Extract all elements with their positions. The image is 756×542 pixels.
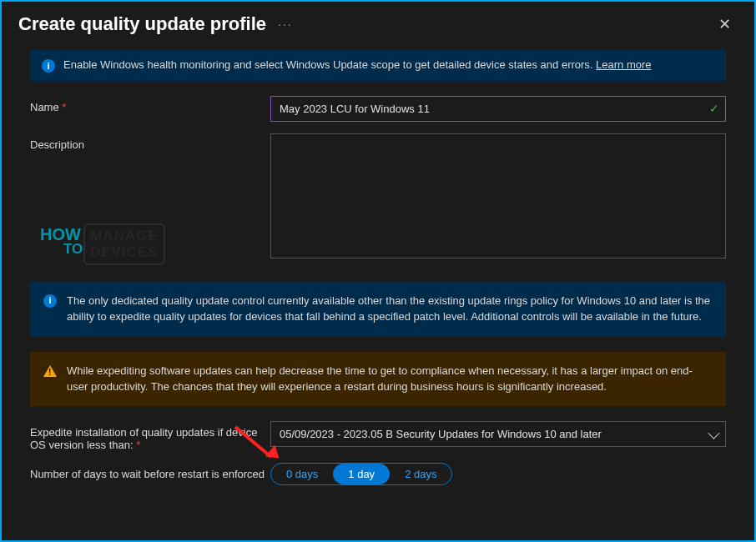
expedite-selected-value: 05/09/2023 - 2023.05 B Security Updates …: [280, 428, 602, 440]
warning-block-text: While expediting software updates can he…: [67, 364, 713, 395]
warning-block: While expediting software updates can he…: [30, 352, 726, 407]
restart-option-1day[interactable]: 1 day: [333, 464, 390, 484]
restart-days-label: Number of days to wait before restart is…: [30, 463, 270, 480]
restart-option-2days[interactable]: 2 days: [390, 464, 451, 484]
info-icon: i: [42, 59, 55, 73]
learn-more-link[interactable]: Learn more: [596, 58, 651, 71]
description-input[interactable]: [270, 133, 726, 258]
warning-icon: [43, 365, 57, 377]
info-block-text: The only dedicated quality update contro…: [67, 294, 713, 325]
expedite-label: Expedite installation of quality updates…: [30, 421, 270, 451]
name-input[interactable]: [270, 96, 726, 122]
close-button[interactable]: ✕: [712, 10, 738, 38]
page-title: Create quality update profile: [18, 13, 266, 35]
chevron-down-icon: [708, 427, 719, 439]
name-label: Name *: [30, 96, 270, 113]
more-icon[interactable]: ···: [278, 18, 293, 31]
info-block: i The only dedicated quality update cont…: [30, 282, 726, 337]
restart-option-0days[interactable]: 0 days: [271, 464, 333, 484]
check-icon: ✓: [709, 102, 719, 115]
restart-days-group: 0 days 1 day 2 days: [270, 463, 452, 485]
health-monitoring-banner: i Enable Windows health monitoring and s…: [30, 50, 726, 81]
description-label: Description: [30, 133, 270, 151]
banner-text: Enable Windows health monitoring and sel…: [63, 58, 596, 71]
info-icon: i: [43, 294, 57, 308]
page-header: Create quality update profile ··· ✕: [2, 2, 754, 50]
expedite-dropdown[interactable]: 05/09/2023 - 2023.05 B Security Updates …: [270, 421, 726, 447]
